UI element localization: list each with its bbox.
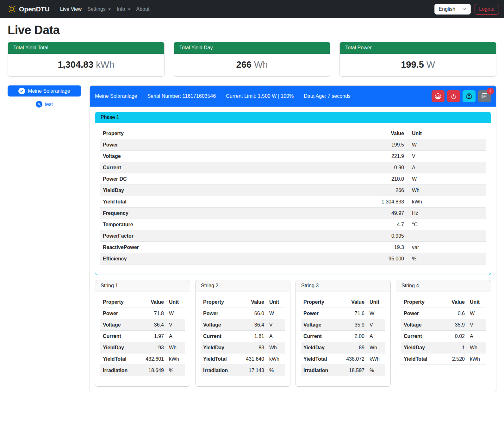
value-cell: 2.00 [338, 331, 367, 342]
table-row: Power199.5W [100, 139, 486, 151]
nav-item-info-label: Info [117, 6, 125, 12]
string-card-1: String 1PropertyValueUnitPower71.8WVolta… [95, 280, 190, 387]
table-row: Voltage36.4V [100, 319, 185, 331]
string-card-title: String 4 [396, 280, 491, 291]
navbar-right: English Logout [434, 4, 499, 15]
event-count-badge: 2 [487, 88, 494, 95]
page-container: Live Data Total Yield Total 1,304.83kWh … [0, 23, 504, 397]
table-header-row: PropertyValueUnit [301, 296, 385, 308]
table-row: Frequency49.97Hz [100, 208, 486, 219]
inverter-select-button[interactable]: Meine Solaranlage [8, 85, 81, 97]
inverter-card-header: Meine Solaranlage Serial Number: 1161716… [90, 86, 496, 107]
inverter-card: Meine Solaranlage Serial Number: 1161716… [90, 85, 496, 392]
main-row: Meine Solaranlage test Meine Solaranlage… [8, 85, 496, 397]
unit-cell: var [407, 242, 486, 253]
value-cell: 0.90 [283, 162, 407, 173]
inverter-select-label: Meine Solaranlage [28, 88, 70, 94]
property-cell: YieldDay [401, 342, 442, 353]
table-row: Current1.97A [100, 331, 185, 342]
column-header-property: Property [100, 296, 137, 308]
value-cell: 1.81 [238, 331, 267, 342]
table-row: Voltage221.9V [100, 151, 486, 162]
navbar: OpenDTU Live View Settings Info About En… [0, 0, 504, 18]
unit-cell: Wh [166, 342, 185, 353]
table-row: YieldTotal432.601kWh [100, 353, 185, 365]
inverter-current-limit: Current Limit: 1,500 W | 100% [226, 93, 294, 99]
sidebar-item-test-label: test [45, 102, 53, 107]
unit-cell: A [407, 162, 486, 173]
string-card-title: String 3 [296, 280, 390, 291]
column-header-unit: Unit [407, 128, 486, 139]
table-row: Current0.90A [100, 162, 486, 173]
summary-card-value: 1,304.83 [58, 59, 93, 70]
value-cell: 1.97 [137, 331, 166, 342]
x-circle-icon [36, 101, 42, 108]
value-cell: 19.3 [283, 242, 407, 253]
table-row: ReactivePower19.3var [100, 242, 486, 253]
summary-card-body: 199.5W [340, 54, 496, 76]
property-value-table: PropertyValueUnitPower66.0WVoltage36.4VC… [201, 296, 285, 376]
event-log-button[interactable]: 2 [478, 90, 491, 102]
summary-card-unit: kWh [96, 59, 114, 70]
unit-cell: W [166, 308, 185, 319]
property-cell: Irradiation [301, 365, 338, 376]
nav-item-about[interactable]: About [134, 4, 152, 15]
summary-cards-row: Total Yield Total 1,304.83kWh Total Yiel… [8, 42, 496, 77]
limit-settings-button[interactable] [432, 90, 445, 102]
table-row: YieldDay266Wh [100, 185, 486, 196]
table-header-row: PropertyValueUnit [100, 296, 185, 308]
power-settings-button[interactable] [447, 90, 460, 102]
table-header-row: PropertyValueUnit [100, 128, 486, 139]
total-power-card: Total Power 199.5W [339, 42, 496, 77]
summary-card-body: 1,304.83kWh [8, 54, 164, 76]
column-header-value: Value [283, 128, 407, 139]
unit-cell: W [367, 308, 385, 319]
value-cell: 4.7 [283, 219, 407, 230]
column-header-value: Value [442, 296, 467, 308]
property-cell: Power DC [100, 173, 283, 185]
table-row: Voltage35.9V [301, 319, 385, 331]
column-header-unit: Unit [467, 296, 486, 308]
device-info-button[interactable] [463, 90, 476, 102]
unit-cell: V [467, 319, 486, 331]
value-cell: 432.601 [137, 353, 166, 365]
property-cell: YieldDay [201, 342, 238, 353]
column-header-value: Value [338, 296, 367, 308]
nav-item-live-view[interactable]: Live View [57, 4, 84, 15]
table-row: Current2.00A [301, 331, 385, 342]
value-cell: 36.4 [238, 319, 267, 331]
caret-down-icon [108, 9, 111, 10]
nav-item-info[interactable]: Info [114, 4, 134, 15]
value-cell: 438.072 [338, 353, 367, 365]
property-cell: Power [401, 308, 442, 319]
table-row: Current0.02A [401, 331, 486, 342]
property-cell: YieldDay [301, 342, 338, 353]
nav-item-settings-label: Settings [87, 6, 106, 12]
table-row: Irradiation17.143% [201, 365, 285, 376]
string-card-title: String 2 [196, 280, 290, 291]
summary-card-unit: Wh [254, 59, 268, 70]
property-value-table: PropertyValueUnitPower199.5WVoltage221.9… [100, 128, 486, 265]
value-cell: 431.640 [238, 353, 267, 365]
value-cell: 1 [442, 342, 467, 353]
string-table-container: PropertyValueUnitPower71.8WVoltage36.4VC… [95, 291, 190, 386]
property-cell: Voltage [301, 319, 338, 331]
brand[interactable]: OpenDTU [8, 5, 50, 13]
value-cell: 71.8 [137, 308, 166, 319]
unit-cell: % [367, 365, 385, 376]
value-cell: 0.995 [283, 230, 407, 242]
nav-item-settings[interactable]: Settings [84, 4, 114, 15]
sidebar-item-test[interactable]: test [8, 101, 81, 108]
property-value-table: PropertyValueUnitPower71.8WVoltage36.4VC… [100, 296, 185, 376]
unit-cell: Wh [407, 185, 486, 196]
logout-button[interactable]: Logout [475, 4, 499, 15]
unit-cell: A [467, 331, 486, 342]
column-header-property: Property [301, 296, 338, 308]
column-header-property: Property [100, 128, 283, 139]
unit-cell: % [166, 365, 185, 376]
value-cell: 18.649 [137, 365, 166, 376]
unit-cell: W [267, 308, 285, 319]
language-select[interactable]: English [434, 4, 471, 15]
inverter-sidebar: Meine Solaranlage test [8, 85, 81, 108]
summary-card-value: 266 [236, 59, 252, 70]
